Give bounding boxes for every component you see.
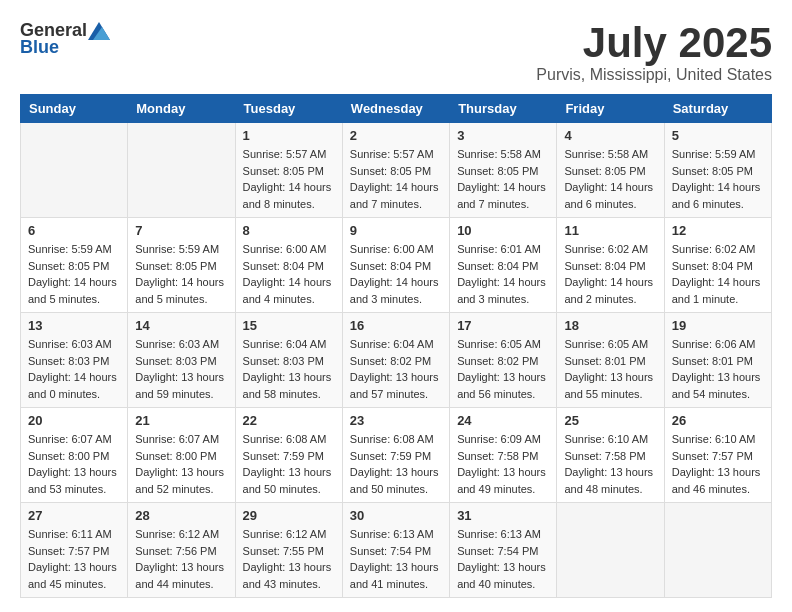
header: General Blue July 2025 Purvis, Mississip… bbox=[20, 20, 772, 84]
calendar-cell: 5Sunrise: 5:59 AM Sunset: 8:05 PM Daylig… bbox=[664, 123, 771, 218]
day-info: Sunrise: 6:08 AM Sunset: 7:59 PM Dayligh… bbox=[243, 431, 335, 497]
day-info: Sunrise: 6:12 AM Sunset: 7:55 PM Dayligh… bbox=[243, 526, 335, 592]
day-number: 12 bbox=[672, 223, 764, 238]
weekday-header: Monday bbox=[128, 95, 235, 123]
day-number: 18 bbox=[564, 318, 656, 333]
calendar-cell: 24Sunrise: 6:09 AM Sunset: 7:58 PM Dayli… bbox=[450, 408, 557, 503]
weekday-header: Friday bbox=[557, 95, 664, 123]
day-info: Sunrise: 6:04 AM Sunset: 8:02 PM Dayligh… bbox=[350, 336, 442, 402]
calendar-cell: 18Sunrise: 6:05 AM Sunset: 8:01 PM Dayli… bbox=[557, 313, 664, 408]
day-info: Sunrise: 6:05 AM Sunset: 8:01 PM Dayligh… bbox=[564, 336, 656, 402]
day-info: Sunrise: 6:06 AM Sunset: 8:01 PM Dayligh… bbox=[672, 336, 764, 402]
calendar-cell: 6Sunrise: 5:59 AM Sunset: 8:05 PM Daylig… bbox=[21, 218, 128, 313]
calendar-cell bbox=[128, 123, 235, 218]
day-number: 16 bbox=[350, 318, 442, 333]
day-number: 8 bbox=[243, 223, 335, 238]
calendar-cell bbox=[664, 503, 771, 598]
calendar-cell: 20Sunrise: 6:07 AM Sunset: 8:00 PM Dayli… bbox=[21, 408, 128, 503]
day-number: 3 bbox=[457, 128, 549, 143]
day-info: Sunrise: 6:00 AM Sunset: 8:04 PM Dayligh… bbox=[243, 241, 335, 307]
day-info: Sunrise: 6:02 AM Sunset: 8:04 PM Dayligh… bbox=[564, 241, 656, 307]
calendar-cell: 3Sunrise: 5:58 AM Sunset: 8:05 PM Daylig… bbox=[450, 123, 557, 218]
day-info: Sunrise: 6:11 AM Sunset: 7:57 PM Dayligh… bbox=[28, 526, 120, 592]
day-info: Sunrise: 5:57 AM Sunset: 8:05 PM Dayligh… bbox=[350, 146, 442, 212]
day-info: Sunrise: 6:10 AM Sunset: 7:57 PM Dayligh… bbox=[672, 431, 764, 497]
calendar-week-row: 13Sunrise: 6:03 AM Sunset: 8:03 PM Dayli… bbox=[21, 313, 772, 408]
calendar-cell: 31Sunrise: 6:13 AM Sunset: 7:54 PM Dayli… bbox=[450, 503, 557, 598]
day-number: 23 bbox=[350, 413, 442, 428]
weekday-header: Wednesday bbox=[342, 95, 449, 123]
calendar-cell: 30Sunrise: 6:13 AM Sunset: 7:54 PM Dayli… bbox=[342, 503, 449, 598]
day-info: Sunrise: 5:57 AM Sunset: 8:05 PM Dayligh… bbox=[243, 146, 335, 212]
day-number: 7 bbox=[135, 223, 227, 238]
day-info: Sunrise: 5:58 AM Sunset: 8:05 PM Dayligh… bbox=[564, 146, 656, 212]
calendar-cell: 7Sunrise: 5:59 AM Sunset: 8:05 PM Daylig… bbox=[128, 218, 235, 313]
calendar-cell: 16Sunrise: 6:04 AM Sunset: 8:02 PM Dayli… bbox=[342, 313, 449, 408]
day-info: Sunrise: 6:05 AM Sunset: 8:02 PM Dayligh… bbox=[457, 336, 549, 402]
calendar-cell: 25Sunrise: 6:10 AM Sunset: 7:58 PM Dayli… bbox=[557, 408, 664, 503]
day-number: 15 bbox=[243, 318, 335, 333]
weekday-header-row: SundayMondayTuesdayWednesdayThursdayFrid… bbox=[21, 95, 772, 123]
day-info: Sunrise: 6:10 AM Sunset: 7:58 PM Dayligh… bbox=[564, 431, 656, 497]
day-number: 2 bbox=[350, 128, 442, 143]
calendar-cell: 13Sunrise: 6:03 AM Sunset: 8:03 PM Dayli… bbox=[21, 313, 128, 408]
day-info: Sunrise: 6:03 AM Sunset: 8:03 PM Dayligh… bbox=[135, 336, 227, 402]
day-number: 28 bbox=[135, 508, 227, 523]
calendar-cell: 15Sunrise: 6:04 AM Sunset: 8:03 PM Dayli… bbox=[235, 313, 342, 408]
calendar-cell: 28Sunrise: 6:12 AM Sunset: 7:56 PM Dayli… bbox=[128, 503, 235, 598]
day-info: Sunrise: 6:01 AM Sunset: 8:04 PM Dayligh… bbox=[457, 241, 549, 307]
day-number: 10 bbox=[457, 223, 549, 238]
day-info: Sunrise: 5:59 AM Sunset: 8:05 PM Dayligh… bbox=[28, 241, 120, 307]
day-info: Sunrise: 6:02 AM Sunset: 8:04 PM Dayligh… bbox=[672, 241, 764, 307]
calendar-cell: 11Sunrise: 6:02 AM Sunset: 8:04 PM Dayli… bbox=[557, 218, 664, 313]
calendar: SundayMondayTuesdayWednesdayThursdayFrid… bbox=[20, 94, 772, 598]
title-area: July 2025 Purvis, Mississippi, United St… bbox=[536, 20, 772, 84]
day-number: 22 bbox=[243, 413, 335, 428]
day-number: 5 bbox=[672, 128, 764, 143]
calendar-cell bbox=[557, 503, 664, 598]
calendar-cell: 21Sunrise: 6:07 AM Sunset: 8:00 PM Dayli… bbox=[128, 408, 235, 503]
day-info: Sunrise: 6:07 AM Sunset: 8:00 PM Dayligh… bbox=[135, 431, 227, 497]
calendar-cell: 27Sunrise: 6:11 AM Sunset: 7:57 PM Dayli… bbox=[21, 503, 128, 598]
day-number: 27 bbox=[28, 508, 120, 523]
day-number: 9 bbox=[350, 223, 442, 238]
day-info: Sunrise: 6:04 AM Sunset: 8:03 PM Dayligh… bbox=[243, 336, 335, 402]
day-info: Sunrise: 5:59 AM Sunset: 8:05 PM Dayligh… bbox=[135, 241, 227, 307]
calendar-cell: 26Sunrise: 6:10 AM Sunset: 7:57 PM Dayli… bbox=[664, 408, 771, 503]
day-info: Sunrise: 6:09 AM Sunset: 7:58 PM Dayligh… bbox=[457, 431, 549, 497]
day-number: 1 bbox=[243, 128, 335, 143]
calendar-cell: 19Sunrise: 6:06 AM Sunset: 8:01 PM Dayli… bbox=[664, 313, 771, 408]
calendar-cell bbox=[21, 123, 128, 218]
calendar-week-row: 27Sunrise: 6:11 AM Sunset: 7:57 PM Dayli… bbox=[21, 503, 772, 598]
day-info: Sunrise: 6:13 AM Sunset: 7:54 PM Dayligh… bbox=[350, 526, 442, 592]
calendar-cell: 14Sunrise: 6:03 AM Sunset: 8:03 PM Dayli… bbox=[128, 313, 235, 408]
calendar-cell: 12Sunrise: 6:02 AM Sunset: 8:04 PM Dayli… bbox=[664, 218, 771, 313]
day-number: 13 bbox=[28, 318, 120, 333]
day-info: Sunrise: 5:59 AM Sunset: 8:05 PM Dayligh… bbox=[672, 146, 764, 212]
day-number: 21 bbox=[135, 413, 227, 428]
calendar-cell: 4Sunrise: 5:58 AM Sunset: 8:05 PM Daylig… bbox=[557, 123, 664, 218]
day-number: 19 bbox=[672, 318, 764, 333]
day-number: 11 bbox=[564, 223, 656, 238]
calendar-week-row: 1Sunrise: 5:57 AM Sunset: 8:05 PM Daylig… bbox=[21, 123, 772, 218]
calendar-week-row: 20Sunrise: 6:07 AM Sunset: 8:00 PM Dayli… bbox=[21, 408, 772, 503]
calendar-cell: 29Sunrise: 6:12 AM Sunset: 7:55 PM Dayli… bbox=[235, 503, 342, 598]
weekday-header: Thursday bbox=[450, 95, 557, 123]
calendar-cell: 17Sunrise: 6:05 AM Sunset: 8:02 PM Dayli… bbox=[450, 313, 557, 408]
day-number: 14 bbox=[135, 318, 227, 333]
calendar-cell: 23Sunrise: 6:08 AM Sunset: 7:59 PM Dayli… bbox=[342, 408, 449, 503]
weekday-header: Sunday bbox=[21, 95, 128, 123]
calendar-cell: 10Sunrise: 6:01 AM Sunset: 8:04 PM Dayli… bbox=[450, 218, 557, 313]
calendar-cell: 8Sunrise: 6:00 AM Sunset: 8:04 PM Daylig… bbox=[235, 218, 342, 313]
location-title: Purvis, Mississippi, United States bbox=[536, 66, 772, 84]
day-info: Sunrise: 6:03 AM Sunset: 8:03 PM Dayligh… bbox=[28, 336, 120, 402]
day-number: 29 bbox=[243, 508, 335, 523]
day-number: 31 bbox=[457, 508, 549, 523]
day-number: 25 bbox=[564, 413, 656, 428]
weekday-header: Tuesday bbox=[235, 95, 342, 123]
logo-icon bbox=[88, 22, 110, 40]
logo-blue-text: Blue bbox=[20, 37, 59, 58]
calendar-cell: 22Sunrise: 6:08 AM Sunset: 7:59 PM Dayli… bbox=[235, 408, 342, 503]
calendar-cell: 2Sunrise: 5:57 AM Sunset: 8:05 PM Daylig… bbox=[342, 123, 449, 218]
day-info: Sunrise: 6:00 AM Sunset: 8:04 PM Dayligh… bbox=[350, 241, 442, 307]
